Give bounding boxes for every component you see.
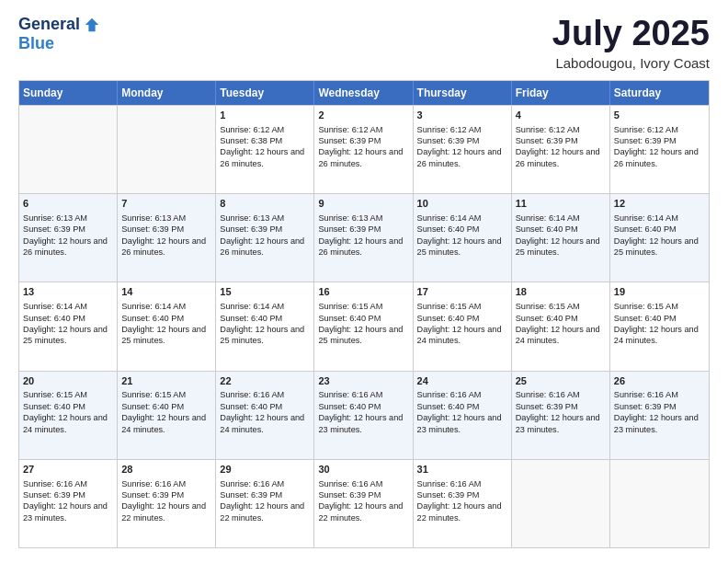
daylight-text: Daylight: 12 hours and 26 minutes. xyxy=(318,147,403,167)
sunrise-text: Sunrise: 6:12 AM xyxy=(220,125,284,134)
calendar-cell: 23Sunrise: 6:16 AMSunset: 6:40 PMDayligh… xyxy=(314,372,413,459)
sunrise-text: Sunrise: 6:14 AM xyxy=(417,213,482,223)
day-number: 1 xyxy=(220,109,310,122)
day-number: 7 xyxy=(121,197,211,211)
title-block: July 2025 Labodougou, Ivory Coast xyxy=(552,15,710,71)
sunrise-text: Sunrise: 6:16 AM xyxy=(23,479,87,488)
calendar-cell: 28Sunrise: 6:16 AMSunset: 6:39 PMDayligh… xyxy=(118,460,216,547)
calendar-cell: 5Sunrise: 6:12 AMSunset: 6:39 PMDaylight… xyxy=(610,106,709,193)
day-number: 6 xyxy=(23,197,113,211)
sunset-text: Sunset: 6:39 PM xyxy=(220,224,282,234)
daylight-text: Daylight: 12 hours and 25 minutes. xyxy=(417,236,502,257)
day-number: 15 xyxy=(220,285,310,299)
sunrise-text: Sunrise: 6:13 AM xyxy=(318,213,382,223)
sunset-text: Sunset: 6:39 PM xyxy=(417,490,480,500)
day-number: 5 xyxy=(614,109,705,122)
calendar-cell: 22Sunrise: 6:16 AMSunset: 6:40 PMDayligh… xyxy=(216,372,314,459)
sunrise-text: Sunrise: 6:16 AM xyxy=(516,390,580,399)
calendar-cell: 25Sunrise: 6:16 AMSunset: 6:39 PMDayligh… xyxy=(512,372,610,459)
calendar-cell: 29Sunrise: 6:16 AMSunset: 6:39 PMDayligh… xyxy=(216,460,314,547)
daylight-text: Daylight: 12 hours and 22 minutes. xyxy=(417,501,502,522)
day-number: 26 xyxy=(614,374,705,388)
sunset-text: Sunset: 6:40 PM xyxy=(23,402,85,411)
sunset-text: Sunset: 6:40 PM xyxy=(121,402,184,411)
sunset-text: Sunset: 6:40 PM xyxy=(318,402,381,411)
sunset-text: Sunset: 6:40 PM xyxy=(121,314,184,323)
calendar-cell: 3Sunrise: 6:12 AMSunset: 6:39 PMDaylight… xyxy=(414,106,512,193)
sunset-text: Sunset: 6:39 PM xyxy=(121,490,184,500)
calendar-cell: 11Sunrise: 6:14 AMSunset: 6:40 PMDayligh… xyxy=(512,194,610,282)
sunrise-text: Sunrise: 6:15 AM xyxy=(23,390,87,399)
header: General Blue July 2025 Labodougou, Ivory… xyxy=(18,15,710,71)
sunrise-text: Sunrise: 6:16 AM xyxy=(318,390,382,399)
daylight-text: Daylight: 12 hours and 23 minutes. xyxy=(318,413,403,433)
daylight-text: Daylight: 12 hours and 23 minutes. xyxy=(417,413,502,433)
calendar-cell: 10Sunrise: 6:14 AMSunset: 6:40 PMDayligh… xyxy=(414,194,512,282)
daylight-text: Daylight: 12 hours and 24 minutes. xyxy=(121,413,206,433)
sunrise-text: Sunrise: 6:16 AM xyxy=(417,479,482,488)
daylight-text: Daylight: 12 hours and 25 minutes. xyxy=(121,325,206,345)
calendar: Sunday Monday Tuesday Wednesday Thursday… xyxy=(18,80,710,548)
calendar-row: 20Sunrise: 6:15 AMSunset: 6:40 PMDayligh… xyxy=(19,371,709,459)
calendar-cell: 12Sunrise: 6:14 AMSunset: 6:40 PMDayligh… xyxy=(610,194,709,282)
sunrise-text: Sunrise: 6:13 AM xyxy=(121,213,186,223)
daylight-text: Daylight: 12 hours and 25 minutes. xyxy=(516,236,600,257)
day-number: 4 xyxy=(516,109,606,122)
daylight-text: Daylight: 12 hours and 26 minutes. xyxy=(417,147,502,167)
calendar-cell: 1Sunrise: 6:12 AMSunset: 6:38 PMDaylight… xyxy=(216,106,314,193)
sunset-text: Sunset: 6:40 PM xyxy=(23,314,85,323)
calendar-cell: 8Sunrise: 6:13 AMSunset: 6:39 PMDaylight… xyxy=(216,194,314,282)
day-number: 19 xyxy=(614,285,705,299)
sunrise-text: Sunrise: 6:12 AM xyxy=(516,125,580,134)
sunset-text: Sunset: 6:39 PM xyxy=(121,224,184,234)
sunset-text: Sunset: 6:40 PM xyxy=(516,224,578,234)
daylight-text: Daylight: 12 hours and 26 minutes. xyxy=(220,236,304,257)
calendar-cell: 15Sunrise: 6:14 AMSunset: 6:40 PMDayligh… xyxy=(216,282,314,370)
sunrise-text: Sunrise: 6:16 AM xyxy=(220,479,284,488)
day-number: 24 xyxy=(417,374,507,388)
day-number: 12 xyxy=(614,197,705,211)
header-tuesday: Tuesday xyxy=(216,81,314,105)
sunrise-text: Sunrise: 6:16 AM xyxy=(318,479,382,488)
calendar-cell: 24Sunrise: 6:16 AMSunset: 6:40 PMDayligh… xyxy=(414,372,512,459)
day-number: 28 xyxy=(121,463,211,477)
header-sunday: Sunday xyxy=(19,81,118,105)
daylight-text: Daylight: 12 hours and 24 minutes. xyxy=(220,413,304,433)
sunset-text: Sunset: 6:40 PM xyxy=(318,314,381,323)
day-number: 16 xyxy=(318,285,408,299)
calendar-cell: 9Sunrise: 6:13 AMSunset: 6:39 PMDaylight… xyxy=(314,194,413,282)
sunrise-text: Sunrise: 6:14 AM xyxy=(220,302,284,311)
sunset-text: Sunset: 6:39 PM xyxy=(318,490,381,500)
daylight-text: Daylight: 12 hours and 23 minutes. xyxy=(23,501,108,522)
svg-marker-0 xyxy=(85,17,98,30)
daylight-text: Daylight: 12 hours and 24 minutes. xyxy=(23,413,108,433)
sunset-text: Sunset: 6:38 PM xyxy=(220,136,282,145)
calendar-cell: 21Sunrise: 6:15 AMSunset: 6:40 PMDayligh… xyxy=(118,372,216,459)
day-number: 31 xyxy=(417,463,507,477)
calendar-cell: 27Sunrise: 6:16 AMSunset: 6:39 PMDayligh… xyxy=(19,460,118,547)
logo-icon xyxy=(84,17,100,33)
daylight-text: Daylight: 12 hours and 25 minutes. xyxy=(23,325,108,345)
sunset-text: Sunset: 6:39 PM xyxy=(23,224,85,234)
sunrise-text: Sunrise: 6:14 AM xyxy=(614,213,678,223)
day-number: 23 xyxy=(318,374,408,388)
calendar-row: 6Sunrise: 6:13 AMSunset: 6:39 PMDaylight… xyxy=(19,193,709,282)
calendar-cell: 30Sunrise: 6:16 AMSunset: 6:39 PMDayligh… xyxy=(314,460,413,547)
daylight-text: Daylight: 12 hours and 22 minutes. xyxy=(220,501,304,522)
sunset-text: Sunset: 6:40 PM xyxy=(220,402,282,411)
sunset-text: Sunset: 6:40 PM xyxy=(614,224,677,234)
page: General Blue July 2025 Labodougou, Ivory… xyxy=(0,0,728,563)
calendar-cell: 13Sunrise: 6:14 AMSunset: 6:40 PMDayligh… xyxy=(19,282,118,370)
day-number: 11 xyxy=(516,197,606,211)
sunrise-text: Sunrise: 6:14 AM xyxy=(516,213,580,223)
sunset-text: Sunset: 6:40 PM xyxy=(220,314,282,323)
calendar-body: 1Sunrise: 6:12 AMSunset: 6:38 PMDaylight… xyxy=(19,105,709,547)
daylight-text: Daylight: 12 hours and 23 minutes. xyxy=(516,413,600,433)
day-number: 21 xyxy=(121,374,211,388)
sunrise-text: Sunrise: 6:15 AM xyxy=(614,302,678,311)
sunset-text: Sunset: 6:40 PM xyxy=(417,314,480,323)
logo-blue-text: Blue xyxy=(18,34,54,53)
sunset-text: Sunset: 6:40 PM xyxy=(417,224,480,234)
daylight-text: Daylight: 12 hours and 22 minutes. xyxy=(318,501,403,522)
sunrise-text: Sunrise: 6:14 AM xyxy=(121,302,186,311)
